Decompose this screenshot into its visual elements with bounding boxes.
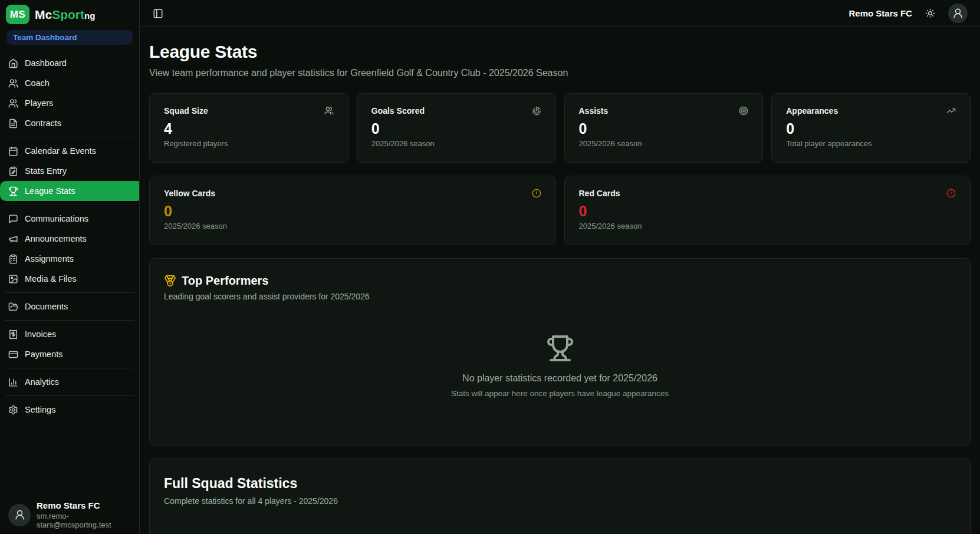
sidebar-item-dashboard[interactable]: Dashboard bbox=[0, 53, 139, 73]
main-area: Remo Stars FC League Stats View team per… bbox=[140, 0, 980, 534]
stat-card-red-cards: Red Cards 0 2025/2026 season bbox=[564, 176, 971, 245]
sidebar-item-calendar-events[interactable]: Calendar & Events bbox=[0, 141, 139, 161]
user-round-icon bbox=[14, 509, 25, 520]
page-title: League Stats bbox=[149, 41, 971, 62]
stat-card-yellow-cards: Yellow Cards 0 2025/2026 season bbox=[149, 176, 556, 245]
sidebar-user-email: sm.remo-stars@mcsportng.test bbox=[37, 512, 131, 529]
gear-icon bbox=[8, 405, 18, 415]
sidebar-item-settings[interactable]: Settings bbox=[0, 400, 139, 420]
top-performers-title: Top Performers bbox=[182, 274, 268, 288]
users-icon bbox=[324, 106, 334, 116]
sidebar-item-label: Invoices bbox=[25, 329, 56, 339]
sidebar-user[interactable]: Remo Stars FC sm.remo-stars@mcsportng.te… bbox=[0, 493, 139, 534]
app-root: MS McSportng Team Dashboard Dashboard Co… bbox=[0, 0, 980, 534]
sidebar-item-label: Analytics bbox=[25, 377, 59, 387]
stat-card-title: Goals Scored bbox=[371, 106, 425, 116]
brand-name-sport: Sport bbox=[52, 8, 84, 21]
goal-icon bbox=[532, 106, 541, 116]
sidebar-item-contracts[interactable]: Contracts bbox=[0, 113, 139, 133]
team-dashboard-badge: Team Dashboard bbox=[6, 30, 133, 45]
panel-left-icon bbox=[153, 8, 163, 19]
calendar-icon bbox=[8, 146, 18, 156]
trophy-icon bbox=[8, 186, 18, 196]
medal-icon bbox=[164, 275, 176, 287]
page-content: League Stats View team performance and p… bbox=[140, 27, 980, 534]
bar-chart-icon bbox=[8, 377, 18, 387]
sidebar-nav: Dashboard Coach Players Contracts Calend… bbox=[0, 53, 139, 493]
sidebar-item-analytics[interactable]: Analytics bbox=[0, 372, 139, 392]
sidebar-item-coach[interactable]: Coach bbox=[0, 73, 139, 93]
sidebar-item-league-stats[interactable]: League Stats bbox=[0, 181, 139, 201]
sidebar-item-assignments[interactable]: Assignments bbox=[0, 249, 139, 269]
clipboard-pen-icon bbox=[8, 166, 18, 176]
sidebar-item-communications[interactable]: Communications bbox=[0, 209, 139, 229]
sidebar-item-label: Contracts bbox=[25, 118, 61, 128]
stat-card-value: 0 bbox=[579, 203, 956, 219]
megaphone-icon bbox=[8, 234, 18, 244]
users-icon bbox=[8, 78, 18, 88]
stat-card-caption: Registered players bbox=[164, 139, 334, 148]
sidebar-divider bbox=[5, 137, 134, 137]
sidebar-item-label: League Stats bbox=[25, 186, 75, 196]
top-performers-card: Top Performers Leading goal scorers and … bbox=[149, 258, 971, 446]
sidebar-item-label: Media & Files bbox=[25, 274, 77, 284]
sidebar-divider bbox=[5, 320, 134, 321]
sidebar-divider bbox=[5, 292, 134, 293]
sidebar-item-invoices[interactable]: Invoices bbox=[0, 324, 139, 344]
stat-card-squad-size: Squad Size 4 Registered players bbox=[149, 93, 348, 163]
sidebar-item-label: Stats Entry bbox=[25, 166, 67, 176]
sidebar-item-label: Documents bbox=[25, 302, 68, 311]
full-squad-statistics-card: Full Squad Statistics Complete statistic… bbox=[149, 459, 971, 534]
sidebar-item-payments[interactable]: Payments bbox=[0, 344, 139, 364]
profile-menu-button[interactable] bbox=[948, 4, 968, 23]
sun-icon bbox=[925, 8, 935, 18]
sidebar-divider bbox=[5, 205, 134, 205]
sidebar-toggle-button[interactable] bbox=[153, 8, 163, 19]
sidebar-user-info: Remo Stars FC sm.remo-stars@mcsportng.te… bbox=[37, 500, 131, 529]
sidebar-item-documents[interactable]: Documents bbox=[0, 296, 139, 317]
trending-up-icon bbox=[946, 106, 956, 116]
brand: MS McSportng bbox=[0, 0, 139, 30]
alert-circle-icon bbox=[946, 189, 956, 198]
home-icon bbox=[8, 58, 18, 68]
theme-toggle-button[interactable] bbox=[925, 8, 935, 18]
clipboard-list-icon bbox=[8, 254, 18, 264]
topbar-right: Remo Stars FC bbox=[849, 4, 968, 23]
sidebar-item-label: Calendar & Events bbox=[25, 146, 96, 156]
stat-card-value: 0 bbox=[579, 120, 749, 137]
stat-card-title: Assists bbox=[579, 106, 609, 116]
stat-card-caption: 2025/2026 season bbox=[579, 139, 749, 148]
stat-card-title: Yellow Cards bbox=[164, 189, 215, 198]
sidebar-divider bbox=[5, 368, 134, 368]
sidebar-item-media-files[interactable]: Media & Files bbox=[0, 269, 139, 289]
stat-card-value: 4 bbox=[164, 120, 334, 137]
stat-card-caption: 2025/2026 season bbox=[579, 222, 956, 230]
discipline-cards-row: Yellow Cards 0 2025/2026 season Red Card… bbox=[149, 176, 971, 245]
stat-card-caption: 2025/2026 season bbox=[371, 139, 541, 148]
full-squad-title: Full Squad Statistics bbox=[164, 476, 956, 492]
stat-card-caption: Total player appearances bbox=[786, 139, 956, 148]
top-performers-subtitle: Leading goal scorers and assist provider… bbox=[164, 292, 956, 301]
top-performers-header: Top Performers bbox=[164, 274, 956, 288]
target-icon bbox=[739, 106, 748, 116]
sidebar: MS McSportng Team Dashboard Dashboard Co… bbox=[0, 0, 140, 534]
folder-open-icon bbox=[8, 302, 18, 312]
stat-card-title: Appearances bbox=[786, 106, 838, 116]
alert-circle-icon bbox=[532, 189, 541, 198]
sidebar-item-label: Announcements bbox=[25, 234, 87, 243]
empty-state-title: No player statistics recorded yet for 20… bbox=[462, 373, 657, 384]
stat-cards-row: Squad Size 4 Registered players Goals Sc… bbox=[149, 93, 971, 163]
sidebar-item-players[interactable]: Players bbox=[0, 93, 139, 113]
user-round-icon bbox=[952, 8, 963, 19]
sidebar-item-stats-entry[interactable]: Stats Entry bbox=[0, 161, 139, 181]
stat-card-appearances: Appearances 0 Total player appearances bbox=[771, 93, 971, 163]
stat-card-assists: Assists 0 2025/2026 season bbox=[564, 93, 764, 163]
brand-name: McSportng bbox=[35, 8, 95, 22]
sidebar-item-announcements[interactable]: Announcements bbox=[0, 229, 139, 249]
brand-name-ng: ng bbox=[84, 11, 95, 21]
top-performers-empty-state: No player statistics recorded yet for 20… bbox=[164, 334, 956, 398]
stat-card-title: Red Cards bbox=[579, 189, 620, 198]
file-text-icon bbox=[8, 118, 18, 128]
sidebar-divider bbox=[5, 395, 134, 396]
image-icon bbox=[8, 274, 18, 284]
